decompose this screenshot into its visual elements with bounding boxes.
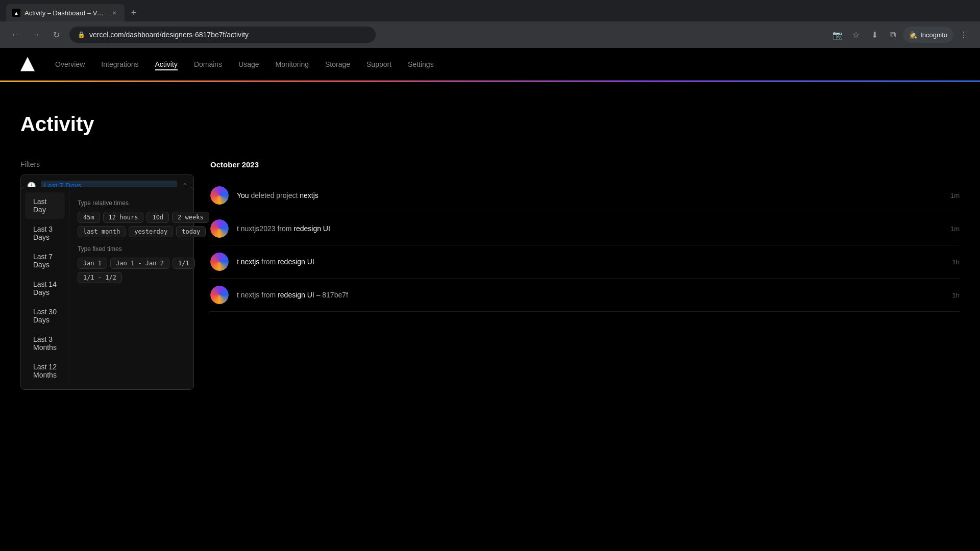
activity-feed: October 2023 You deleted project nextjs … xyxy=(210,160,960,312)
browser-chrome: ▲ Activity – Dashboard – Vercel ✕ + ← → … xyxy=(0,0,980,48)
page-title: Activity xyxy=(20,113,960,136)
more-options-icon[interactable]: ⋮ xyxy=(955,27,972,43)
activity-you: You xyxy=(237,191,249,199)
nav-monitoring[interactable]: Monitoring xyxy=(276,58,309,70)
activity-time: 1h xyxy=(952,291,960,299)
activity-partial: t nuxtjs2023 from xyxy=(237,224,293,233)
top-nav: Overview Integrations Activity Domains U… xyxy=(0,48,980,81)
chip-jan1[interactable]: Jan 1 xyxy=(78,258,107,269)
chip-1-1-to-1-2[interactable]: 1/1 - 1/2 xyxy=(78,272,122,283)
activity-time: 1m xyxy=(950,192,960,199)
tab-close-button[interactable]: ✕ xyxy=(110,9,118,17)
activity-source: redesign UI xyxy=(293,224,330,233)
activity-time: 1m xyxy=(950,225,960,233)
chip-yesterday[interactable]: yesterday xyxy=(129,226,173,237)
chip-45m[interactable]: 45m xyxy=(78,212,100,223)
tab-bar: ▲ Activity – Dashboard – Vercel ✕ + xyxy=(0,0,980,21)
activity-text: t nextjs from redesign UI xyxy=(237,258,944,266)
dropdown-item-last-14-days[interactable]: Last 14 Days xyxy=(25,275,65,302)
relative-times-title: Type relative times xyxy=(78,199,214,207)
activity-connector: from xyxy=(261,258,278,266)
page-content: Overview Integrations Activity Domains U… xyxy=(0,48,980,332)
chip-2-weeks[interactable]: 2 weeks xyxy=(172,212,209,223)
lock-icon: 🔒 xyxy=(78,31,85,38)
address-bar-row: ← → ↻ 🔒 vercel.com/dashboard/designers-6… xyxy=(0,21,980,48)
address-field[interactable]: 🔒 vercel.com/dashboard/designers-6817be7… xyxy=(69,27,376,43)
activity-text: t nextjs from redesign UI – 817be7f xyxy=(237,291,944,299)
nav-usage[interactable]: Usage xyxy=(238,58,259,70)
reload-button[interactable]: ↻ xyxy=(49,28,63,42)
nav-overview[interactable]: Overview xyxy=(55,58,85,70)
back-button[interactable]: ← xyxy=(8,28,22,42)
activity-source: redesign UI xyxy=(278,291,314,299)
incognito-icon: 🕵 xyxy=(909,31,917,39)
activity-action: deleted project xyxy=(251,191,300,199)
activity-source: redesign UI xyxy=(278,258,314,266)
activity-item: t nextjs from redesign UI 1h xyxy=(210,245,960,279)
incognito-label: Incognito xyxy=(920,31,947,39)
fixed-times-title: Type fixed times xyxy=(78,245,214,253)
activity-hash: – 817be7f xyxy=(316,291,348,299)
chip-1-1[interactable]: 1/1 xyxy=(173,258,195,269)
month-label: October 2023 xyxy=(210,160,960,169)
content-row: Filters 🕐 Last 7 Days ⌃ Last Day Last 3 … xyxy=(20,160,960,312)
nav-support[interactable]: Support xyxy=(366,58,391,70)
dropdown-helper: Type relative times 45m 12 hours 10d 2 w… xyxy=(69,191,223,385)
activity-text: t nuxtjs2023 from redesign UI xyxy=(237,224,942,233)
chip-today[interactable]: today xyxy=(176,226,206,237)
activity-item: t nextjs from redesign UI – 817be7f 1h xyxy=(210,279,960,312)
nav-domains[interactable]: Domains xyxy=(194,58,222,70)
dropdown-item-last-12-months[interactable]: Last 12 Months xyxy=(25,358,65,384)
tab-favicon: ▲ xyxy=(12,9,20,17)
activity-time: 1h xyxy=(952,258,960,266)
star-icon[interactable]: ☆ xyxy=(848,27,864,43)
download-icon[interactable]: ⬇ xyxy=(866,27,883,43)
camera-icon[interactable]: 📷 xyxy=(829,27,846,43)
active-tab[interactable]: ▲ Activity – Dashboard – Vercel ✕ xyxy=(6,4,125,21)
chip-10d[interactable]: 10d xyxy=(146,212,169,223)
chip-jan1-jan2[interactable]: Jan 1 - Jan 2 xyxy=(110,258,169,269)
activity-project: nextjs xyxy=(300,191,318,199)
activity-text: You deleted project nextjs xyxy=(237,191,942,199)
nav-settings[interactable]: Settings xyxy=(408,58,434,70)
dropdown-item-last-day[interactable]: Last Day xyxy=(25,192,65,219)
dropdown-item-last-30-days[interactable]: Last 30 Days xyxy=(25,303,65,329)
forward-button[interactable]: → xyxy=(29,28,43,42)
fixed-chips: Jan 1 Jan 1 - Jan 2 1/1 1/1 - 1/2 xyxy=(78,258,214,283)
activity-item: You deleted project nextjs 1m xyxy=(210,179,960,212)
filters-label: Filters xyxy=(20,160,194,168)
toolbar-icons: 📷 ☆ ⬇ ⧉ 🕵 Incognito ⋮ xyxy=(829,27,972,43)
period-dropdown-panel: Last Day Last 3 Days Last 7 Days Last 14… xyxy=(20,187,194,390)
incognito-button[interactable]: 🕵 Incognito xyxy=(903,27,953,43)
new-tab-button[interactable]: + xyxy=(127,6,141,20)
chip-last-month[interactable]: last month xyxy=(78,226,126,237)
activity-item: t nuxtjs2023 from redesign UI 1m xyxy=(210,212,960,245)
nav-activity[interactable]: Activity xyxy=(155,58,178,70)
tab-title: Activity – Dashboard – Vercel xyxy=(24,9,106,17)
dropdown-item-last-7-days[interactable]: Last 7 Days xyxy=(25,247,65,274)
dropdown-item-last-3-days[interactable]: Last 3 Days xyxy=(25,220,65,246)
activity-project: nextjs xyxy=(241,258,260,266)
chip-12-hours[interactable]: 12 hours xyxy=(103,212,144,223)
activity-partial: t nextjs from xyxy=(237,291,278,299)
url-text: vercel.com/dashboard/designers-6817be7f/… xyxy=(89,31,249,39)
dropdown-item-last-3-months[interactable]: Last 3 Months xyxy=(25,330,65,357)
activity-partial: t xyxy=(237,258,241,266)
relative-chips: 45m 12 hours 10d 2 weeks last month yest… xyxy=(78,212,214,237)
left-sidebar: Filters 🕐 Last 7 Days ⌃ Last Day Last 3 … xyxy=(20,160,194,312)
main-area: Activity Filters 🕐 Last 7 Days ⌃ Last Da… xyxy=(0,82,980,332)
window-icon[interactable]: ⧉ xyxy=(885,27,901,43)
nav-storage[interactable]: Storage xyxy=(325,58,350,70)
dropdown-list: Last Day Last 3 Days Last 7 Days Last 14… xyxy=(21,191,69,385)
nav-integrations[interactable]: Integrations xyxy=(101,58,138,70)
vercel-logo[interactable] xyxy=(20,57,35,71)
